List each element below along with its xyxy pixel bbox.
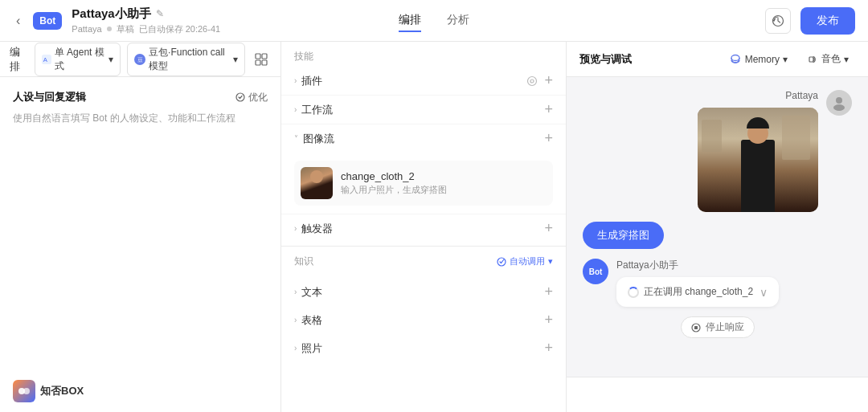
expand-button[interactable]: ∨: [760, 286, 768, 299]
plugins-add-button[interactable]: +: [544, 72, 553, 89]
auto-tune-button[interactable]: 自动调用 ▾: [497, 255, 553, 267]
stop-button[interactable]: 停止响应: [681, 316, 755, 338]
bot-message-content: Pattaya小助手 正在调用 change_cloth_2 ∨: [616, 259, 779, 307]
sound-label: 音色: [821, 52, 841, 66]
svg-text:豆: 豆: [137, 57, 143, 63]
svg-point-20: [23, 388, 30, 394]
svg-point-16: [833, 104, 845, 111]
right-panel: 预览与调试 Memory ▾ 音色 ▾: [567, 42, 868, 412]
svg-point-11: [530, 80, 534, 83]
agent-mode-label: 单 Agent 模式: [55, 46, 105, 73]
logic-section-header: 人设与回复逻辑 优化: [13, 90, 268, 104]
bot-message: Bot Pattaya小助手 正在调用 change_cloth_2 ∨: [583, 259, 825, 307]
text-chevron: ›: [294, 288, 297, 296]
generate-outfit-button[interactable]: 生成穿搭图: [583, 222, 664, 249]
optimize-icon: [235, 92, 245, 102]
trigger-chevron: ›: [294, 224, 297, 233]
svg-point-10: [528, 76, 537, 85]
grid-view-button[interactable]: [252, 48, 272, 71]
workflow-left: › 工作流: [294, 103, 333, 117]
agent-mode-dropdown[interactable]: A 单 Agent 模式 ▾: [35, 43, 121, 76]
plugins-settings-icon[interactable]: [526, 75, 538, 87]
imageflow-left: ˅ 图像流: [294, 132, 334, 146]
trigger-row[interactable]: › 触发器 +: [281, 214, 566, 243]
optimize-label: 优化: [248, 91, 268, 104]
user-avatar-icon: [831, 95, 847, 111]
plugins-row[interactable]: › 插件 +: [281, 67, 566, 96]
logo-svg: [17, 384, 31, 398]
imageflow-item-name: change_cloth_2: [341, 170, 547, 182]
imageflow-section: ˅ 图像流 + change_cloth_2 输入用户照片，生成: [281, 124, 566, 214]
svg-point-15: [836, 97, 842, 104]
text-left: › 文本: [294, 285, 322, 300]
loading-spinner: [628, 287, 639, 298]
photo-chevron: ›: [294, 344, 297, 353]
workflow-add-button[interactable]: +: [544, 101, 553, 118]
skills-section-title: 技能: [294, 51, 313, 62]
autosave-label: 已自动保存 20:26-41: [139, 23, 220, 35]
left-panel: 编排 A 单 Agent 模式 ▾ 豆 豆包·Function call模型 ▾: [0, 42, 281, 412]
user-message: Pattaya: [698, 90, 852, 212]
bot-bubble: 正在调用 change_cloth_2 ∨: [616, 277, 779, 307]
text-add-button[interactable]: +: [544, 284, 553, 300]
logo-text: 知否BOX: [40, 384, 84, 398]
loading-row: 正在调用 change_cloth_2 ∨: [628, 285, 768, 299]
logic-description: 使用自然语言填写 Bot 的人物设定、功能和工作流程: [13, 111, 268, 125]
trigger-add-button[interactable]: +: [544, 220, 553, 237]
user-photo-upload: [698, 108, 818, 212]
memory-icon: [729, 53, 742, 66]
imageflow-add-button[interactable]: +: [544, 130, 553, 147]
model-chevron: ▾: [233, 54, 238, 65]
tab-analyze[interactable]: 分析: [447, 10, 469, 32]
svg-rect-14: [809, 57, 813, 62]
tab-edit[interactable]: 编排: [399, 10, 421, 32]
plugins-right: +: [526, 72, 553, 89]
imageflow-header-row[interactable]: ˅ 图像流 +: [281, 124, 566, 153]
workflow-row[interactable]: › 工作流 +: [281, 96, 566, 124]
left-content: 人设与回复逻辑 优化 使用自然语言填写 Bot 的人物设定、功能和工作流程: [0, 77, 280, 412]
table-add-button[interactable]: +: [544, 312, 553, 328]
knowledge-header-area: 知识 自动调用 ▾: [281, 246, 566, 278]
chat-input-area[interactable]: [567, 377, 868, 412]
memory-button[interactable]: Memory ▾: [723, 51, 794, 68]
bot-display-name: Pattaya小助手: [616, 259, 779, 272]
imageflow-item-change-cloth[interactable]: change_cloth_2 输入用户照片，生成穿搭图: [294, 161, 553, 206]
workflow-label: 工作流: [301, 103, 333, 117]
left-toolbar: 编排 A 单 Agent 模式 ▾ 豆 豆包·Function call模型 ▾: [0, 42, 280, 77]
workflow-chevron: ›: [294, 105, 297, 114]
history-button[interactable]: [765, 8, 791, 34]
sound-button[interactable]: 音色 ▾: [800, 50, 855, 68]
svg-rect-5: [256, 54, 260, 59]
text-knowledge-row[interactable]: › 文本 +: [281, 278, 566, 306]
imageflow-thumb: [301, 167, 333, 199]
knowledge-title: 知识: [294, 255, 313, 268]
table-label: 表格: [301, 313, 322, 328]
stop-label: 停止响应: [706, 320, 744, 334]
publish-button[interactable]: 发布: [800, 7, 855, 35]
sound-icon: [807, 54, 818, 65]
sound-chevron: ▾: [844, 54, 849, 65]
photo-add-button[interactable]: +: [544, 340, 553, 357]
trigger-left: › 触发器: [294, 222, 333, 236]
user-name: Pattaya: [785, 90, 818, 101]
stop-icon: [691, 323, 701, 332]
agent-mode-icon: A: [42, 54, 51, 65]
user-avatar: [826, 90, 852, 116]
model-dropdown[interactable]: 豆 豆包·Function call模型 ▾: [127, 43, 244, 76]
generate-btn-area: 生成穿搭图: [583, 222, 852, 249]
photo-knowledge-row[interactable]: › 照片 +: [281, 334, 566, 362]
right-toolbar: 预览与调试 Memory ▾ 音色 ▾: [567, 42, 868, 77]
plugins-label: 插件: [301, 74, 322, 88]
edit-title-icon[interactable]: ✎: [156, 8, 164, 19]
optimize-button[interactable]: 优化: [235, 91, 268, 104]
auto-tune-chevron: ▾: [548, 256, 553, 267]
logo-icon: [13, 380, 35, 402]
photo-inner: [698, 108, 818, 212]
table-knowledge-row[interactable]: › 表格 +: [281, 306, 566, 334]
imageflow-item-desc: 输入用户照片，生成穿搭图: [341, 184, 547, 196]
text-label: 文本: [301, 285, 322, 300]
loading-text: 正在调用 change_cloth_2: [628, 285, 753, 299]
svg-rect-8: [262, 60, 267, 65]
grid-icon: [255, 53, 268, 66]
back-button[interactable]: ‹: [13, 10, 23, 31]
